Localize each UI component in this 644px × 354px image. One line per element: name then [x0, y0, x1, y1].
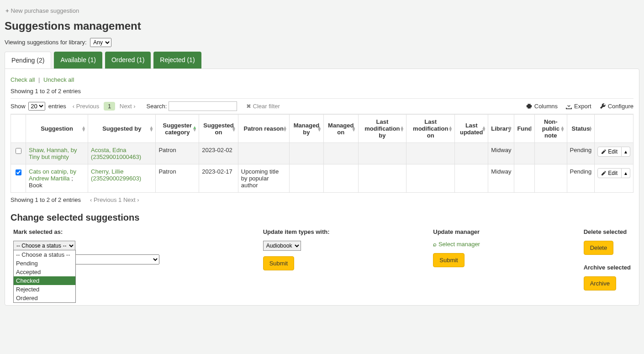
page-length-select[interactable]: 20 — [28, 102, 45, 111]
columns-button[interactable]: Columns — [526, 103, 558, 110]
entries-label: entries — [48, 103, 66, 110]
table-row: Cats on catnip, by Andrew Martilla ; Boo… — [11, 164, 633, 193]
export-button[interactable]: Export — [566, 103, 591, 110]
download-icon — [566, 103, 572, 109]
update-item-title: Update item types with: — [263, 228, 330, 235]
table-row: Shaw, Hannah, by Tiny but mighty Acosta,… — [11, 143, 633, 164]
change-selected-title: Change selected suggestions — [11, 212, 633, 223]
search-label: Search: — [147, 103, 167, 110]
caret-up-icon: ▴ — [624, 170, 627, 176]
gear-icon — [526, 103, 532, 109]
tab-rejected[interactable]: Rejected (1) — [153, 52, 201, 69]
status-option[interactable]: Pending — [14, 259, 75, 268]
tab-ordered[interactable]: Ordered (1) — [105, 52, 151, 69]
col-non-public-note[interactable]: Non-public note▲▼ — [535, 115, 567, 143]
prev-page-bottom[interactable]: ‹ Previous — [90, 196, 117, 203]
update-manager-title: Update manager — [433, 228, 480, 235]
submit-item-type-button[interactable]: Submit — [263, 256, 294, 270]
plus-icon: + — [5, 7, 9, 14]
wrench-icon — [600, 103, 606, 109]
search-icon: ⌕ — [433, 241, 437, 248]
mark-selected-label: Mark selected as: — [13, 228, 159, 235]
edit-dropdown-toggle[interactable]: ▴ — [622, 168, 630, 178]
col-suggestion[interactable]: Suggestion▲▼ — [26, 115, 88, 143]
library-filter-label: Viewing suggestions for library: — [5, 39, 87, 46]
edit-button[interactable]: Edit — [597, 147, 622, 157]
col-library[interactable]: Library▲▼ — [488, 115, 514, 143]
page-number-top[interactable]: 1 — [104, 102, 115, 111]
row-checkbox[interactable] — [16, 148, 21, 154]
page-title: Suggestions management — [5, 20, 639, 32]
col-fund[interactable]: Fund▲▼ — [514, 115, 535, 143]
status-select[interactable]: -- Choose a status -- — [13, 241, 75, 251]
suggestions-table: Suggestion▲▼ Suggested by▲▼ Suggester ca… — [11, 114, 633, 193]
archive-selected-title: Archive selected — [584, 264, 631, 271]
status-dropdown-list[interactable]: -- Choose a status -- Pending Accepted C… — [13, 250, 76, 303]
col-patron-reason[interactable]: Patron reason▲▼ — [238, 115, 289, 143]
status-option[interactable]: Accepted — [14, 268, 75, 276]
show-label: Show — [11, 103, 26, 110]
tab-available[interactable]: Available (1) — [54, 52, 102, 69]
suggested-by-link[interactable]: Cherry, Lillie (23529000299603) — [91, 168, 141, 182]
col-status[interactable]: Status▲▼ — [567, 115, 595, 143]
next-page-bottom[interactable]: Next › — [123, 196, 139, 203]
row-checkbox[interactable] — [16, 169, 21, 175]
next-page-top[interactable]: Next › — [120, 103, 136, 110]
col-suggester-category[interactable]: Suggester category▲▼ — [156, 115, 199, 143]
edit-button[interactable]: Edit — [597, 168, 622, 178]
col-managed-by[interactable]: Managed by▲▼ — [289, 115, 323, 143]
library-filter-select[interactable]: Any — [90, 38, 111, 47]
col-suggested-on[interactable]: Suggested on▲▼ — [199, 115, 238, 143]
edit-dropdown-toggle[interactable]: ▴ — [622, 147, 630, 157]
status-option[interactable]: Ordered — [14, 294, 75, 302]
clear-filter-button[interactable]: ✖ Clear filter — [246, 103, 280, 110]
select-manager-link[interactable]: ⌕ Select manager — [433, 241, 480, 248]
col-last-mod-by[interactable]: Last modification by▲▼ — [358, 115, 406, 143]
caret-up-icon: ▴ — [624, 148, 627, 155]
new-purchase-suggestion-link[interactable]: +New purchase suggestion — [5, 5, 639, 20]
uncheck-all-link[interactable]: Uncheck all — [43, 76, 74, 83]
page-number-bottom[interactable]: 1 — [118, 196, 121, 203]
table-info-top: Showing 1 to 2 of 2 entries — [11, 88, 633, 95]
col-last-updated[interactable]: Last updated▲▼ — [455, 115, 488, 143]
search-input[interactable] — [169, 101, 237, 111]
tab-pending[interactable]: Pending (2) — [5, 52, 51, 69]
suggested-by-link[interactable]: Acosta, Edna (23529001000463) — [91, 147, 141, 160]
pencil-icon — [602, 149, 606, 154]
item-type-select[interactable]: Audiobook — [263, 241, 301, 251]
submit-manager-button[interactable]: Submit — [433, 253, 464, 267]
col-last-mod-on[interactable]: Last modification on▲▼ — [406, 115, 455, 143]
delete-selected-title: Delete selected — [584, 228, 631, 235]
col-managed-on[interactable]: Managed on▲▼ — [324, 115, 358, 143]
status-option[interactable]: -- Choose a status -- — [14, 250, 75, 259]
col-suggested-by[interactable]: Suggested by▲▼ — [88, 115, 156, 143]
suggestion-title-link[interactable]: Cats on catnip, by Andrew Martilla — [29, 168, 76, 182]
archive-button[interactable]: Archive — [584, 276, 616, 291]
configure-button[interactable]: Configure — [600, 103, 633, 110]
status-option[interactable]: Rejected — [14, 285, 75, 294]
status-option[interactable]: Checked — [14, 276, 75, 285]
check-all-link[interactable]: Check all — [11, 76, 35, 83]
pencil-icon — [602, 171, 606, 175]
table-info-bottom: Showing 1 to 2 of 2 entries — [11, 196, 81, 203]
suggestion-title-link[interactable]: Shaw, Hannah, by Tiny but mighty — [29, 147, 77, 160]
prev-page-top[interactable]: ‹ Previous — [73, 103, 100, 110]
tab-list: Pending (2) Available (1) Ordered (1) Re… — [5, 52, 639, 69]
delete-button[interactable]: Delete — [584, 241, 614, 255]
